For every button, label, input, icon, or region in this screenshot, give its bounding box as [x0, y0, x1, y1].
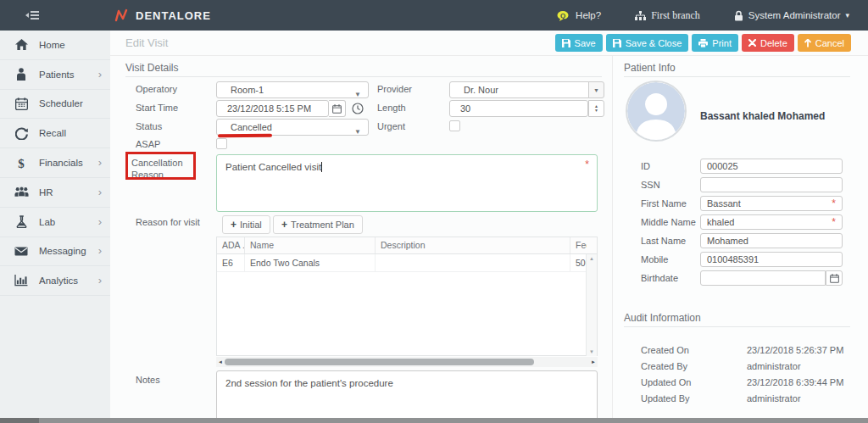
status-value: Cancelled	[224, 122, 272, 132]
svg-text:$: $	[18, 157, 25, 170]
sidebar-item-scheduler[interactable]: Scheduler	[0, 90, 110, 120]
required-asterisk: *	[832, 198, 836, 209]
table-vertical-scrollbar[interactable]: ▲ ▼	[586, 254, 597, 356]
text-caret	[321, 162, 322, 172]
financials-dollar-icon: $	[12, 156, 31, 170]
cancellation-reason-label: Cancellation Reason	[131, 157, 191, 181]
column-header-description[interactable]: Description	[376, 237, 570, 253]
length-spinner-button[interactable]: ▲ ▼	[588, 100, 604, 117]
birthdate-calendar-button[interactable]	[826, 270, 843, 286]
save-button[interactable]: Save	[555, 34, 603, 52]
sidebar-label-recall: Recall	[39, 128, 66, 138]
patient-avatar[interactable]	[626, 81, 687, 142]
birthdate-label: Birthdate	[641, 273, 678, 283]
start-time-input[interactable]: 23/12/2018 5:15 PM	[216, 100, 329, 117]
last-name-value: Mohamed	[707, 236, 748, 246]
first-name-input[interactable]: Bassant *	[700, 196, 843, 211]
chevron-right-icon: ›	[98, 159, 102, 167]
middle-name-label: Middle Name	[641, 217, 696, 227]
status-select[interactable]: Cancelled ▼	[216, 119, 369, 136]
user-menu[interactable]: System Administrator ▾	[734, 10, 849, 21]
middle-name-input[interactable]: khaled *	[700, 214, 843, 230]
notes-text: 2nd session for the patient's procedure	[225, 378, 393, 388]
start-time-clock-button[interactable]	[350, 101, 365, 116]
dentalore-logo-icon	[114, 8, 129, 23]
patient-info-title: Patient Info	[624, 62, 676, 74]
print-button[interactable]: Print	[692, 34, 738, 52]
provider-combobox[interactable]: Dr. Nour	[449, 81, 589, 98]
ssn-input[interactable]	[700, 177, 843, 192]
help-menu[interactable]: Q Help?	[557, 10, 601, 21]
save-floppy-icon	[562, 39, 570, 47]
procedures-table-header: ADA ... Name Description Fees	[217, 237, 597, 254]
asap-checkbox[interactable]	[216, 138, 227, 149]
table-horizontal-scrollbar[interactable]: ◄ ►	[216, 357, 598, 367]
printer-icon	[698, 39, 708, 47]
recall-refresh-icon	[12, 127, 31, 140]
lab-flask-icon	[12, 215, 31, 228]
save-close-button-label: Save & Close	[626, 38, 682, 48]
sidebar-item-hr[interactable]: HR ›	[0, 178, 110, 208]
add-initial-label: Initial	[240, 220, 262, 230]
sidebar-label-patients: Patients	[39, 70, 75, 80]
start-time-calendar-button[interactable]	[329, 100, 346, 117]
hr-people-icon	[12, 186, 31, 198]
collapse-menu-icon	[25, 10, 39, 20]
notes-textarea[interactable]: 2nd session for the patient's procedure	[216, 370, 598, 423]
provider-dropdown-button[interactable]: ▼	[588, 81, 604, 98]
asap-label: ASAP	[136, 139, 160, 149]
sidebar-item-patients[interactable]: Patients ›	[0, 60, 110, 90]
sidebar-item-financials[interactable]: $ Financials ›	[0, 148, 110, 178]
branch-menu[interactable]: First branch	[635, 9, 700, 22]
created-by-label: Created By	[641, 361, 687, 371]
updated-on-label: Updated On	[641, 377, 691, 387]
sidebar-collapse-button[interactable]	[25, 10, 39, 20]
birthdate-input[interactable]	[700, 270, 826, 286]
sidebar-item-lab[interactable]: Lab ›	[0, 208, 110, 237]
column-header-ada[interactable]: ADA ...	[217, 237, 245, 253]
print-button-label: Print	[712, 38, 732, 48]
id-input[interactable]: 000025	[700, 159, 843, 174]
chevron-right-icon: ›	[98, 247, 102, 255]
column-header-fees[interactable]: Fees	[570, 237, 587, 253]
cancel-button[interactable]: Cancel	[798, 34, 851, 52]
created-by-value: administrator	[747, 361, 801, 371]
provider-label: Provider	[377, 84, 412, 94]
first-name-value: Bassant	[707, 198, 741, 209]
patient-name: Bassant khaled Mohamed	[700, 110, 825, 122]
scroll-left-icon: ◄	[216, 359, 225, 365]
add-treatment-plan-button[interactable]: + Treatment Plan	[273, 215, 363, 234]
scrollbar-thumb[interactable]	[225, 359, 534, 365]
ssn-label: SSN	[641, 180, 660, 190]
middle-name-value: khaled	[707, 217, 734, 227]
last-name-input[interactable]: Mohamed	[700, 233, 843, 248]
cell-fees: 500	[570, 254, 587, 271]
sidebar-item-recall[interactable]: Recall	[0, 119, 110, 148]
audit-information-title: Audit Information	[624, 312, 701, 324]
brand-name: DENTALORE	[136, 9, 211, 22]
table-row[interactable]: E6 Endo Two Canals 500	[217, 254, 597, 272]
updated-by-label: Updated By	[641, 393, 689, 404]
created-on-label: Created On	[641, 345, 689, 355]
section-divider	[624, 326, 850, 327]
delete-button[interactable]: Delete	[742, 34, 794, 52]
column-header-name[interactable]: Name	[245, 237, 376, 253]
cancellation-reason-textarea[interactable]: Patient Cancelled visit *	[216, 154, 598, 212]
sidebar-item-home[interactable]: Home	[0, 31, 110, 60]
add-initial-button[interactable]: + Initial	[222, 215, 270, 234]
help-chat-icon: Q	[557, 10, 570, 21]
sidebar-item-analytics[interactable]: Analytics ›	[0, 266, 110, 296]
save-and-close-button[interactable]: Save & Close	[606, 34, 689, 52]
last-name-label: Last Name	[641, 236, 686, 246]
toolbar-buttons: Save Save & Close Print Delete Cancel	[555, 34, 868, 52]
length-input[interactable]: 30	[449, 100, 588, 117]
cancellation-reason-text: Patient Cancelled visit	[225, 162, 321, 172]
mobile-input[interactable]: 0100485391	[700, 252, 843, 267]
sidebar-item-messaging[interactable]: Messaging ›	[0, 237, 110, 267]
dropdown-arrow-icon: ▼	[354, 125, 361, 140]
brand-logo-group[interactable]: DENTALORE	[114, 8, 211, 23]
operatory-select[interactable]: Room-1 ▼	[216, 81, 369, 98]
mobile-label: Mobile	[641, 254, 668, 264]
start-time-label: Start Time	[136, 103, 178, 113]
urgent-checkbox[interactable]	[449, 120, 460, 131]
